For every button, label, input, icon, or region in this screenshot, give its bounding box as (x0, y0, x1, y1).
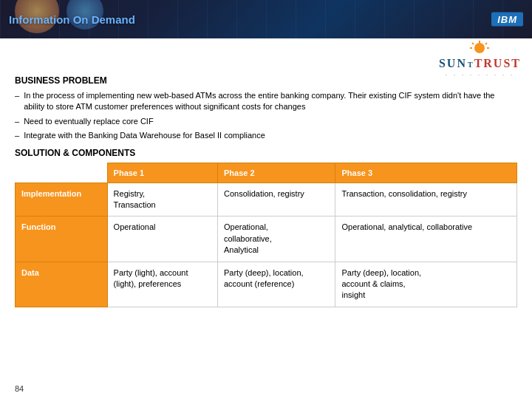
suntrust-divider: T (468, 61, 474, 69)
business-problem-section: BUSINESS PROBLEM – In the process of imp… (15, 75, 517, 142)
bullet-dash-3: – (15, 130, 19, 141)
table-row: Implementation Registry,Transaction Cons… (16, 183, 517, 216)
row-impl-phase2: Consolidation, registry (217, 183, 335, 216)
suntrust-name-trust: TRUST (474, 57, 521, 70)
main-content: BUSINESS PROBLEM – In the process of imp… (0, 69, 532, 313)
bullet-text-3: Integrate with the Banking Data Warehous… (24, 130, 265, 141)
suntrust-sun-svg (457, 41, 502, 57)
table-header-empty (16, 163, 108, 183)
row-impl-phase1: Registry,Transaction (107, 183, 217, 216)
ibm-logo: IBM (491, 13, 523, 27)
solution-section: SOLUTION & COMPONENTS Phase 1 Phase 2 Ph… (15, 148, 517, 307)
table-row: Function Operational Operational,collabo… (16, 216, 517, 262)
bullet-dash-1: – (15, 90, 19, 101)
row-impl-phase3: Transaction, consolidation, registry (335, 183, 517, 216)
suntrust-name-container: SUN T TRUST (439, 57, 521, 70)
suntrust-name-sun: SUN (439, 57, 467, 70)
suntrust-logo-area: SUN T TRUST · · · · · · · · · (439, 41, 521, 78)
header-banner: Information On Demand IBM (0, 0, 532, 38)
table-row: Data Party (light), account(light), pref… (16, 262, 517, 307)
list-item: – Need to eventually replace core CIF (15, 116, 517, 127)
row-func-phase3: Operational, analytical, collaborative (335, 216, 517, 262)
business-problem-list: – In the process of implementing new web… (15, 90, 517, 142)
bullet-text-1: In the process of implementing new web-b… (24, 90, 517, 113)
suntrust-logo: SUN T TRUST · · · · · · · · · (439, 41, 521, 78)
bullet-text-2: Need to eventually replace core CIF (24, 116, 153, 127)
row-data-phase3: Party (deep), location,account & claims,… (335, 262, 517, 307)
header-title-text: Information On Demand (9, 13, 135, 26)
svg-line-3 (472, 43, 474, 44)
row-label-function: Function (16, 216, 108, 262)
list-item: – In the process of implementing new web… (15, 90, 517, 113)
row-data-phase2: Party (deep), location,account (referenc… (217, 262, 335, 307)
table-header-phase3: Phase 3 (335, 163, 517, 183)
components-table: Phase 1 Phase 2 Phase 3 Implementation R… (15, 163, 517, 307)
page-number: 84 (15, 384, 24, 393)
row-func-phase1: Operational (107, 216, 217, 262)
row-data-phase1: Party (light), account(light), preferenc… (107, 262, 217, 307)
row-func-phase2: Operational,collaborative,Analytical (217, 216, 335, 262)
svg-point-0 (474, 43, 485, 53)
suntrust-tagline: · · · · · · · · · (446, 71, 515, 78)
table-header-phase2: Phase 2 (217, 163, 335, 183)
solution-title: SOLUTION & COMPONENTS (15, 148, 517, 158)
table-header-phase1: Phase 1 (107, 163, 217, 183)
row-label-data: Data (16, 262, 108, 307)
table-header-row: Phase 1 Phase 2 Phase 3 (16, 163, 517, 183)
list-item: – Integrate with the Banking Data Wareho… (15, 130, 517, 141)
svg-line-2 (485, 43, 487, 44)
row-label-implementation: Implementation (16, 183, 108, 216)
bullet-dash-2: – (15, 116, 19, 127)
header-title: Information On Demand (0, 13, 135, 26)
